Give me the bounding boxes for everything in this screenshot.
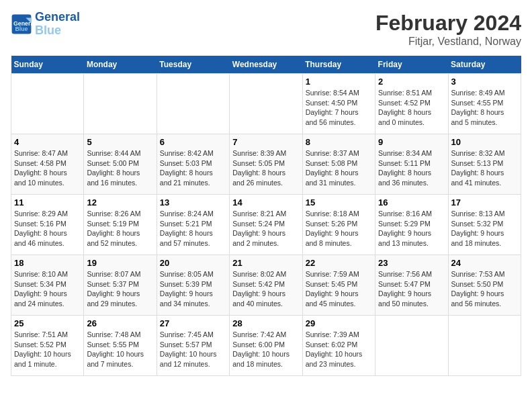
day-info: Sunrise: 7:39 AM Sunset: 6:02 PM Dayligh… — [306, 330, 372, 369]
day-info: Sunrise: 8:37 AM Sunset: 5:08 PM Dayligh… — [306, 148, 372, 188]
calendar-cell: 12Sunrise: 8:26 AM Sunset: 5:19 PM Dayli… — [84, 195, 157, 255]
day-info: Sunrise: 8:02 AM Sunset: 5:42 PM Dayligh… — [232, 269, 299, 309]
day-info: Sunrise: 7:53 AM Sunset: 5:50 PM Dayligh… — [451, 269, 518, 309]
calendar-cell: 10Sunrise: 8:32 AM Sunset: 5:13 PM Dayli… — [448, 134, 521, 195]
week-row-1: 1Sunrise: 8:54 AM Sunset: 4:50 PM Daylig… — [11, 74, 521, 134]
calendar-cell: 22Sunrise: 7:59 AM Sunset: 5:45 PM Dayli… — [302, 255, 375, 316]
day-info: Sunrise: 8:32 AM Sunset: 5:13 PM Dayligh… — [451, 148, 518, 188]
day-number: 24 — [451, 258, 518, 268]
day-number: 3 — [451, 77, 518, 87]
day-number: 11 — [14, 197, 81, 208]
day-info: Sunrise: 8:54 AM Sunset: 4:50 PM Dayligh… — [306, 88, 372, 128]
calendar-cell: 2Sunrise: 8:51 AM Sunset: 4:52 PM Daylig… — [375, 74, 448, 134]
day-header-sunday: Sunday — [11, 56, 84, 74]
calendar-cell: 26Sunrise: 7:48 AM Sunset: 5:55 PM Dayli… — [84, 316, 157, 376]
calendar-cell: 23Sunrise: 7:56 AM Sunset: 5:47 PM Dayli… — [375, 255, 448, 316]
day-info: Sunrise: 8:13 AM Sunset: 5:32 PM Dayligh… — [451, 209, 518, 248]
calendar-cell: 11Sunrise: 8:29 AM Sunset: 5:16 PM Dayli… — [11, 195, 84, 255]
calendar-cell: 4Sunrise: 8:47 AM Sunset: 4:58 PM Daylig… — [11, 134, 84, 195]
calendar-cell: 27Sunrise: 7:45 AM Sunset: 5:57 PM Dayli… — [157, 316, 229, 376]
calendar-cell: 17Sunrise: 8:13 AM Sunset: 5:32 PM Dayli… — [448, 195, 521, 255]
day-number: 25 — [14, 318, 81, 328]
logo-text-line1: General — [35, 11, 80, 24]
calendar-cell: 7Sunrise: 8:39 AM Sunset: 5:05 PM Daylig… — [230, 134, 302, 195]
day-header-wednesday: Wednesday — [230, 56, 302, 74]
calendar-cell: 25Sunrise: 7:51 AM Sunset: 5:52 PM Dayli… — [11, 316, 84, 376]
calendar-cell — [230, 74, 302, 134]
day-info: Sunrise: 8:05 AM Sunset: 5:39 PM Dayligh… — [160, 269, 226, 309]
day-info: Sunrise: 8:51 AM Sunset: 4:52 PM Dayligh… — [378, 88, 445, 128]
day-number: 26 — [87, 318, 153, 328]
day-number: 23 — [378, 258, 445, 268]
logo: General Blue General Blue — [11, 11, 80, 38]
week-row-5: 25Sunrise: 7:51 AM Sunset: 5:52 PM Dayli… — [11, 316, 521, 376]
calendar-cell: 18Sunrise: 8:10 AM Sunset: 5:34 PM Dayli… — [11, 255, 84, 316]
day-number: 28 — [232, 318, 299, 328]
main-title: February 2024 — [375, 11, 521, 36]
day-info: Sunrise: 7:59 AM Sunset: 5:45 PM Dayligh… — [306, 269, 372, 309]
page-header: General Blue General Blue February 2024 … — [11, 11, 521, 48]
day-info: Sunrise: 8:10 AM Sunset: 5:34 PM Dayligh… — [14, 269, 81, 309]
day-number: 15 — [306, 197, 372, 208]
day-number: 2 — [378, 77, 445, 87]
day-number: 8 — [306, 137, 372, 147]
day-header-thursday: Thursday — [302, 56, 375, 74]
calendar-cell: 5Sunrise: 8:44 AM Sunset: 5:00 PM Daylig… — [84, 134, 157, 195]
day-info: Sunrise: 7:45 AM Sunset: 5:57 PM Dayligh… — [160, 330, 226, 369]
calendar-cell: 8Sunrise: 8:37 AM Sunset: 5:08 PM Daylig… — [302, 134, 375, 195]
day-number: 22 — [306, 258, 372, 268]
day-number: 5 — [87, 137, 153, 147]
logo-text-line2: Blue — [35, 24, 80, 38]
day-info: Sunrise: 8:24 AM Sunset: 5:21 PM Dayligh… — [160, 209, 226, 248]
calendar-cell: 19Sunrise: 8:07 AM Sunset: 5:37 PM Dayli… — [84, 255, 157, 316]
day-number: 12 — [87, 197, 153, 208]
calendar-cell: 13Sunrise: 8:24 AM Sunset: 5:21 PM Dayli… — [157, 195, 229, 255]
svg-text:Blue: Blue — [15, 26, 28, 32]
day-info: Sunrise: 8:21 AM Sunset: 5:24 PM Dayligh… — [232, 209, 299, 248]
days-header-row: SundayMondayTuesdayWednesdayThursdayFrid… — [11, 56, 521, 74]
logo-icon: General Blue — [11, 13, 32, 35]
day-info: Sunrise: 7:48 AM Sunset: 5:55 PM Dayligh… — [87, 330, 153, 369]
calendar-cell: 24Sunrise: 7:53 AM Sunset: 5:50 PM Dayli… — [448, 255, 521, 316]
calendar-table: SundayMondayTuesdayWednesdayThursdayFrid… — [11, 56, 521, 376]
week-row-3: 11Sunrise: 8:29 AM Sunset: 5:16 PM Dayli… — [11, 195, 521, 255]
day-info: Sunrise: 8:47 AM Sunset: 4:58 PM Dayligh… — [14, 148, 81, 188]
week-row-2: 4Sunrise: 8:47 AM Sunset: 4:58 PM Daylig… — [11, 134, 521, 195]
calendar-cell: 20Sunrise: 8:05 AM Sunset: 5:39 PM Dayli… — [157, 255, 229, 316]
day-info: Sunrise: 8:39 AM Sunset: 5:05 PM Dayligh… — [232, 148, 299, 188]
calendar-cell: 21Sunrise: 8:02 AM Sunset: 5:42 PM Dayli… — [230, 255, 302, 316]
day-number: 13 — [160, 197, 226, 208]
day-number: 9 — [378, 137, 445, 147]
day-header-saturday: Saturday — [448, 56, 521, 74]
day-info: Sunrise: 8:29 AM Sunset: 5:16 PM Dayligh… — [14, 209, 81, 248]
day-number: 7 — [232, 137, 299, 147]
calendar-cell — [157, 74, 229, 134]
calendar-cell: 15Sunrise: 8:18 AM Sunset: 5:26 PM Dayli… — [302, 195, 375, 255]
day-info: Sunrise: 7:56 AM Sunset: 5:47 PM Dayligh… — [378, 269, 445, 309]
day-number: 27 — [160, 318, 226, 328]
day-number: 17 — [451, 197, 518, 208]
title-block: February 2024 Fitjar, Vestland, Norway — [375, 11, 521, 48]
calendar-cell: 6Sunrise: 8:42 AM Sunset: 5:03 PM Daylig… — [157, 134, 229, 195]
day-number: 29 — [306, 318, 372, 328]
day-number: 21 — [232, 258, 299, 268]
day-info: Sunrise: 8:07 AM Sunset: 5:37 PM Dayligh… — [87, 269, 153, 309]
calendar-cell — [84, 74, 157, 134]
day-info: Sunrise: 8:42 AM Sunset: 5:03 PM Dayligh… — [160, 148, 226, 188]
day-header-tuesday: Tuesday — [157, 56, 229, 74]
calendar-cell — [11, 74, 84, 134]
day-number: 6 — [160, 137, 226, 147]
week-row-4: 18Sunrise: 8:10 AM Sunset: 5:34 PM Dayli… — [11, 255, 521, 316]
day-header-friday: Friday — [375, 56, 448, 74]
calendar-cell: 1Sunrise: 8:54 AM Sunset: 4:50 PM Daylig… — [302, 74, 375, 134]
day-info: Sunrise: 7:42 AM Sunset: 6:00 PM Dayligh… — [232, 330, 299, 369]
day-info: Sunrise: 8:16 AM Sunset: 5:29 PM Dayligh… — [378, 209, 445, 248]
day-number: 14 — [232, 197, 299, 208]
day-number: 4 — [14, 137, 81, 147]
day-number: 18 — [14, 258, 81, 268]
day-number: 16 — [378, 197, 445, 208]
day-number: 1 — [306, 77, 372, 87]
calendar-cell: 29Sunrise: 7:39 AM Sunset: 6:02 PM Dayli… — [302, 316, 375, 376]
calendar-cell: 16Sunrise: 8:16 AM Sunset: 5:29 PM Dayli… — [375, 195, 448, 255]
day-info: Sunrise: 8:18 AM Sunset: 5:26 PM Dayligh… — [306, 209, 372, 248]
